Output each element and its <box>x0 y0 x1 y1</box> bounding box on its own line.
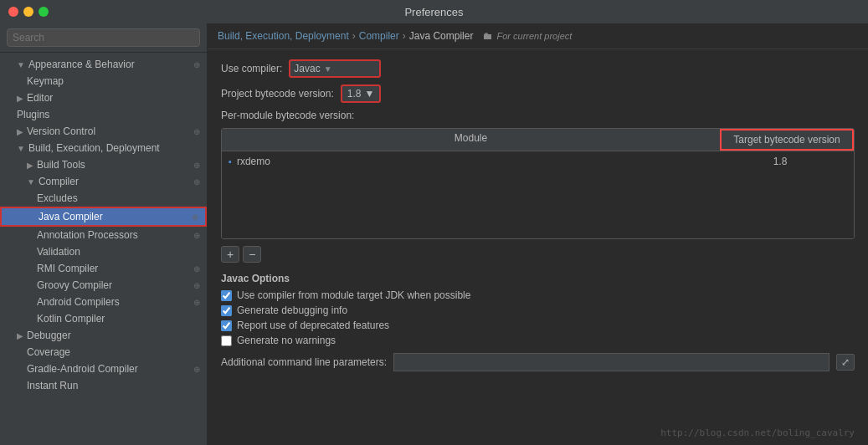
dropdown-arrow-icon: ▼ <box>364 88 374 100</box>
ext-icon: ⊕ <box>193 298 200 307</box>
sidebar-item-instant-run[interactable]: Instant Run <box>0 377 207 394</box>
sidebar-item-build-tools[interactable]: ▶ Build Tools ⊕ <box>0 156 207 173</box>
breadcrumb-separator-1: › <box>352 30 356 42</box>
ext-icon: ⊕ <box>192 212 198 222</box>
main-layout: ▼ Appearance & Behavior ⊕ Keymap ▶ Edito… <box>0 23 868 445</box>
ext-icon: ⊕ <box>193 231 200 240</box>
breadcrumb: Build, Execution, Deployment › Compiler … <box>208 23 868 49</box>
option-report-deprecated-checkbox[interactable] <box>221 320 232 331</box>
ext-icon: ⊕ <box>193 177 200 187</box>
breadcrumb-part-2: Compiler <box>359 30 399 42</box>
project-bytecode-row: Project bytecode version: 1.8 ▼ <box>221 84 855 103</box>
table-header: Module Target bytecode version <box>222 129 854 151</box>
cmd-row: Additional command line parameters: ⤢ <box>221 353 855 371</box>
arrow-icon: ▶ <box>17 94 23 103</box>
sidebar-item-label: Gradle-Android Compiler <box>27 363 138 375</box>
per-module-table: Module Target bytecode version ▪ rxdemo … <box>221 128 855 239</box>
sidebar-item-debugger[interactable]: ▶ Debugger <box>0 327 207 344</box>
option-use-compiler-module-checkbox[interactable] <box>221 290 232 301</box>
sidebar-item-label: Validation <box>37 246 80 258</box>
cmd-input[interactable] <box>393 353 829 371</box>
module-header-cell: Module <box>222 129 720 151</box>
sidebar-item-label: Build Tools <box>37 159 85 171</box>
ext-icon: ⊕ <box>193 264 200 274</box>
sidebar-item-android-compilers[interactable]: Android Compilers ⊕ <box>0 294 207 310</box>
sidebar-item-label: Java Compiler <box>39 211 103 222</box>
sidebar-item-excludes[interactable]: Excludes <box>0 190 207 207</box>
sidebar-item-label: Groovy Compiler <box>37 279 112 291</box>
project-bytecode-label: Project bytecode version: <box>221 88 334 100</box>
sidebar-item-plugins[interactable]: Plugins <box>0 106 207 123</box>
title-bar: Preferences <box>0 0 868 23</box>
dropdown-arrow-icon: ▼ <box>324 64 332 74</box>
sidebar-item-gradle-android[interactable]: Gradle-Android Compiler ⊕ <box>0 361 207 377</box>
sidebar-item-kotlin-compiler[interactable]: Kotlin Compiler <box>0 310 207 327</box>
breadcrumb-separator-2: › <box>403 30 406 42</box>
minimize-button[interactable] <box>23 7 33 17</box>
ext-icon: ⊕ <box>193 365 200 374</box>
breadcrumb-project: For current project <box>496 31 572 41</box>
module-header-label: Module <box>455 132 487 144</box>
use-compiler-value: Javac <box>294 63 320 74</box>
sidebar-item-label: Editor <box>27 92 53 104</box>
ext-icon: ⊕ <box>193 161 200 170</box>
breadcrumb-part-3: Java Compiler <box>409 30 474 42</box>
sidebar-item-label: Keymap <box>27 75 64 87</box>
sidebar-item-label: RMI Compiler <box>37 263 98 274</box>
remove-module-button[interactable]: − <box>243 246 261 263</box>
sidebar-item-validation[interactable]: Validation <box>0 243 207 260</box>
sidebar-item-groovy-compiler[interactable]: Groovy Compiler ⊕ <box>0 277 207 294</box>
sidebar-item-java-compiler[interactable]: Java Compiler ⊕ <box>0 207 207 227</box>
window-title: Preferences <box>404 6 463 18</box>
sidebar-item-label: Debugger <box>27 330 71 341</box>
breadcrumb-icon: 🖿 <box>483 30 493 42</box>
use-compiler-row: Use compiler: Javac ▼ <box>221 59 855 78</box>
sidebar-item-coverage[interactable]: Coverage <box>0 344 207 361</box>
option-generate-debug: Generate debugging info <box>221 304 855 316</box>
maximize-button[interactable] <box>39 7 49 17</box>
arrow-icon: ▼ <box>27 177 35 187</box>
cmd-expand-button[interactable]: ⤢ <box>836 354 855 371</box>
sidebar-item-appearance-behavior[interactable]: ▼ Appearance & Behavior ⊕ <box>0 56 207 73</box>
sidebar-item-compiler[interactable]: ▼ Compiler ⊕ <box>0 173 207 190</box>
javac-options-title: Javac Options <box>221 273 855 284</box>
sidebar-item-editor[interactable]: ▶ Editor <box>0 90 207 106</box>
content-area: Build, Execution, Deployment › Compiler … <box>208 23 868 445</box>
sidebar-item-label: Build, Execution, Deployment <box>28 142 160 154</box>
sidebar-item-label: Coverage <box>27 346 70 358</box>
sidebar-item-annotation-processors[interactable]: Annotation Processors ⊕ <box>0 227 207 243</box>
sidebar-item-label: Kotlin Compiler <box>37 313 105 325</box>
option-generate-debug-checkbox[interactable] <box>221 305 232 316</box>
option-generate-no-warnings: Generate no warnings <box>221 335 855 346</box>
sidebar-item-label: Excludes <box>37 192 78 204</box>
arrow-icon: ▶ <box>17 331 23 340</box>
project-bytecode-select[interactable]: 1.8 ▼ <box>341 84 382 103</box>
bytecode-header-label: Target bytecode version <box>733 134 840 146</box>
use-compiler-select[interactable]: Javac ▼ <box>289 59 381 78</box>
per-module-label: Per-module bytecode version: <box>221 110 354 121</box>
bytecode-header-cell: Target bytecode version <box>720 129 854 151</box>
add-module-button[interactable]: + <box>221 246 239 263</box>
per-module-row: Per-module bytecode version: <box>221 110 855 121</box>
option-generate-no-warnings-checkbox[interactable] <box>221 335 232 346</box>
module-icon: ▪ <box>229 156 232 166</box>
option-generate-debug-label: Generate debugging info <box>237 304 347 316</box>
search-box <box>0 23 207 53</box>
window-controls <box>8 7 49 17</box>
cmd-label: Additional command line parameters: <box>221 356 387 368</box>
sidebar-item-build-execution[interactable]: ▼ Build, Execution, Deployment <box>0 140 207 156</box>
sidebar-item-keymap[interactable]: Keymap <box>0 73 207 90</box>
sidebar-item-label: Plugins <box>17 109 49 120</box>
table-row: ▪ rxdemo 1.8 <box>222 151 854 171</box>
content-body: Use compiler: Javac ▼ Project bytecode v… <box>208 49 868 445</box>
watermark: http://blog.csdn.net/boling_cavalry <box>660 427 855 438</box>
sidebar-item-version-control[interactable]: ▶ Version Control ⊕ <box>0 123 207 140</box>
close-button[interactable] <box>8 7 18 17</box>
use-compiler-label: Use compiler: <box>221 63 282 74</box>
arrow-icon: ▼ <box>17 60 25 69</box>
option-use-compiler-module: Use compiler from module target JDK when… <box>221 289 855 301</box>
search-input[interactable] <box>7 28 200 47</box>
sidebar-item-label: Annotation Processors <box>37 229 138 241</box>
option-report-deprecated-label: Report use of deprecated features <box>237 320 389 331</box>
sidebar-item-rmi-compiler[interactable]: RMI Compiler ⊕ <box>0 260 207 277</box>
